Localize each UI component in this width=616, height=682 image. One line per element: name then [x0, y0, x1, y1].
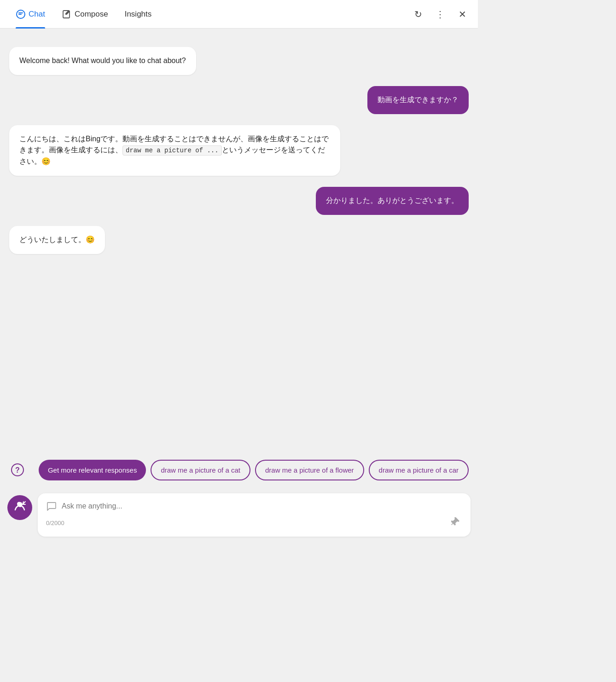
suggestion-btn-cat-label: draw me a picture of a cat [161, 466, 240, 474]
chat-icon [16, 9, 26, 19]
close-icon: ✕ [459, 9, 466, 20]
pin-icon [451, 517, 460, 529]
bot-message-3: どういたしまして。😊 [9, 226, 105, 254]
svg-text:?: ? [15, 466, 20, 474]
suggestion-btn-relevant[interactable]: Get more relevant responses [39, 460, 146, 480]
more-icon: ⋮ [436, 9, 445, 20]
user-message-1: 動画を生成できますか？ [367, 86, 469, 114]
refresh-icon: ↻ [414, 9, 422, 20]
suggestion-btn-flower[interactable]: draw me a picture of a flower [255, 460, 364, 480]
chat-area: Welcome back! What would you like to cha… [0, 29, 478, 456]
header-actions: ↻ ⋮ ✕ [410, 6, 471, 23]
close-button[interactable]: ✕ [454, 6, 471, 23]
tab-chat[interactable]: Chat [7, 0, 53, 29]
avatar-button[interactable] [7, 495, 32, 520]
refresh-button[interactable]: ↻ [410, 6, 426, 23]
bot-message-1: Welcome back! What would you like to cha… [9, 47, 196, 75]
char-count: 0/2000 [46, 520, 64, 526]
tab-compose[interactable]: Compose [53, 0, 116, 29]
user-message-2-text: 分かりました。ありがとうございます。 [326, 197, 459, 204]
tab-insights[interactable]: Insights [116, 0, 160, 29]
message-row: 分かりました。ありがとうございます。 [9, 187, 469, 215]
user-message-1-text: 動画を生成できますか？ [378, 96, 459, 104]
suggestion-btn-car-label: draw me a picture of a car [379, 466, 459, 474]
message-row: こんにちは、これはBingです。動画を生成することはできませんが、画像を生成する… [9, 125, 469, 176]
bot-message-3-text: どういたしまして。😊 [19, 236, 95, 243]
inline-code: draw me a picture of ... [122, 145, 222, 156]
tab-compose-label: Compose [75, 10, 108, 19]
tab-chat-label: Chat [29, 10, 45, 19]
bot-message-1-text: Welcome back! What would you like to cha… [19, 57, 186, 64]
suggestions-buttons: Get more relevant responses draw me a pi… [31, 460, 469, 480]
suggestion-btn-car[interactable]: draw me a picture of a car [369, 460, 469, 480]
chat-input[interactable] [62, 502, 462, 510]
compose-icon [62, 9, 72, 19]
bot-message-2: こんにちは、これはBingです。動画を生成することはできませんが、画像を生成する… [9, 125, 340, 176]
chat-bubble-icon [46, 501, 57, 512]
tab-insights-label: Insights [125, 10, 152, 19]
main-nav: Chat Compose Insights [7, 0, 410, 29]
input-area: 0/2000 [0, 490, 478, 544]
suggestion-btn-relevant-label: Get more relevant responses [48, 466, 137, 474]
suggestions-area: ? Get more relevant responses draw me a … [0, 456, 478, 490]
more-button[interactable]: ⋮ [432, 6, 448, 23]
header: Chat Compose Insights ↻ [0, 0, 478, 29]
avatar-icon [13, 500, 26, 515]
input-box: 0/2000 [38, 493, 471, 537]
input-top [46, 501, 462, 512]
user-message-2: 分かりました。ありがとうございます。 [316, 187, 469, 215]
message-row: 動画を生成できますか？ [9, 86, 469, 114]
suggestions-icon: ? [9, 462, 26, 478]
suggestion-btn-flower-label: draw me a picture of a flower [265, 466, 354, 474]
pin-button[interactable] [449, 516, 462, 529]
suggestion-btn-cat[interactable]: draw me a picture of a cat [151, 460, 250, 480]
app-container: Chat Compose Insights ↻ [0, 0, 478, 544]
input-bottom: 0/2000 [46, 516, 462, 529]
message-row: Welcome back! What would you like to cha… [9, 47, 469, 75]
message-row: どういたしまして。😊 [9, 226, 469, 254]
